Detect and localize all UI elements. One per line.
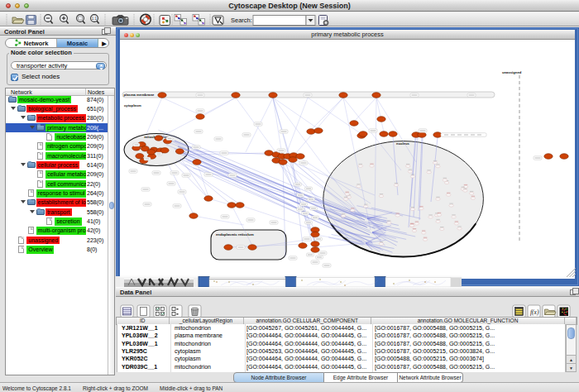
svg-text:1:1: 1:1	[92, 17, 98, 21]
svg-text:Search:: Search:	[231, 17, 252, 24]
svg-text:unassigned: unassigned	[502, 70, 522, 74]
svg-text:f(x): f(x)	[530, 308, 539, 316]
svg-text:endoplasmic reticulum: endoplasmic reticulum	[216, 232, 254, 237]
svg-text:plasma membrane: plasma membrane	[124, 93, 155, 97]
svg-text:cytoplasm: cytoplasm	[124, 103, 141, 108]
svg-text:nucleus: nucleus	[396, 141, 409, 146]
